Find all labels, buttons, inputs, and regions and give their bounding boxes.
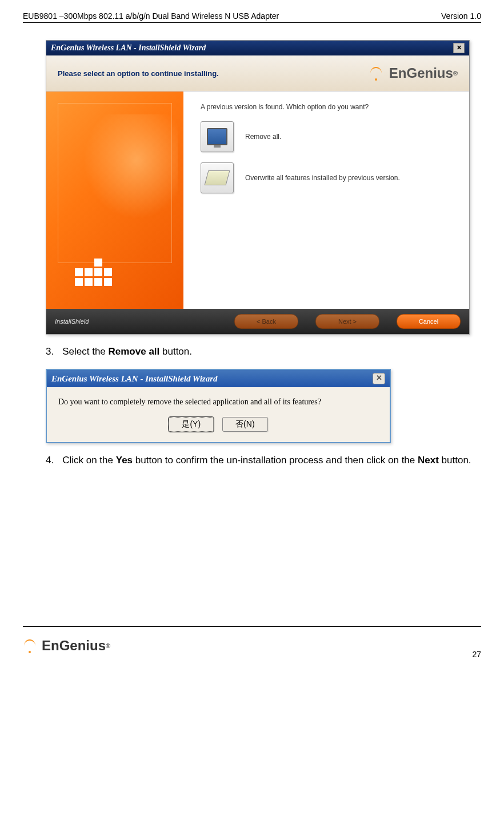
installer-window: EnGenius Wireless LAN - InstallShield Wi… (46, 40, 470, 335)
decorative-panel (46, 92, 183, 309)
monitor-icon (207, 128, 227, 145)
step-number: 4. (46, 455, 54, 466)
dialog-titlebar: EnGenius Wireless LAN - InstallShield Wi… (47, 370, 390, 387)
window-titlebar: EnGenius Wireless LAN - InstallShield Wi… (46, 41, 469, 55)
bottom-bar: InstallShield < Back Next > Cancel (46, 309, 469, 334)
brand-logo: EnGenius® (369, 65, 458, 81)
content-area: A previous version is found. Which optio… (46, 92, 469, 309)
installshield-label: InstallShield (55, 318, 89, 325)
dialog-title: EnGenius Wireless LAN - InstallShield Wi… (51, 374, 218, 384)
option-overwrite: Overwrite all features installed by prev… (201, 162, 452, 193)
wifi-icon (369, 66, 386, 81)
overwrite-button[interactable] (201, 162, 234, 193)
version-label: Version 1.0 (441, 11, 481, 21)
prompt-text: A previous version is found. Which optio… (201, 103, 452, 111)
remove-all-button[interactable] (201, 121, 234, 152)
instruction-step-3: 3. Select the Remove all button. (46, 346, 481, 357)
instruction-step-4: 4. Click on the Yes button to confirm th… (46, 455, 481, 466)
options-panel: A previous version is found. Which optio… (183, 92, 469, 309)
close-icon[interactable]: ✕ (373, 373, 385, 384)
banner-area: Please select an option to continue inst… (46, 55, 469, 92)
laptop-icon (205, 170, 230, 185)
page-footer: EnGenius® 27 (23, 626, 481, 659)
option-label: Remove all. (245, 133, 281, 141)
page-header: EUB9801 –300Mbps 802.11 a/b/g/n Dual Ban… (23, 11, 481, 23)
close-icon[interactable]: ✕ (453, 43, 465, 53)
cancel-button[interactable]: Cancel (397, 314, 461, 329)
page-number: 27 (472, 650, 481, 659)
product-name: EUB9801 –300Mbps 802.11 a/b/g/n Dual Ban… (23, 11, 279, 21)
no-button[interactable]: 否(N) (222, 417, 267, 432)
next-button: Next > (315, 314, 379, 329)
window-title: EnGenius Wireless LAN - InstallShield Wi… (51, 43, 206, 53)
dialog-body: Do you want to completely remove the sel… (47, 387, 390, 442)
yes-button[interactable]: 是(Y) (169, 417, 214, 432)
confirm-dialog: EnGenius Wireless LAN - InstallShield Wi… (46, 369, 391, 443)
option-label: Overwrite all features installed by prev… (245, 174, 400, 182)
dialog-message: Do you want to completely remove the sel… (58, 397, 378, 407)
back-button: < Back (234, 314, 298, 329)
banner-text: Please select an option to continue inst… (58, 69, 219, 78)
step-number: 3. (46, 346, 54, 357)
footer-brand-logo: EnGenius® (23, 638, 110, 654)
wifi-icon (23, 639, 40, 653)
option-remove-all: Remove all. (201, 121, 452, 152)
